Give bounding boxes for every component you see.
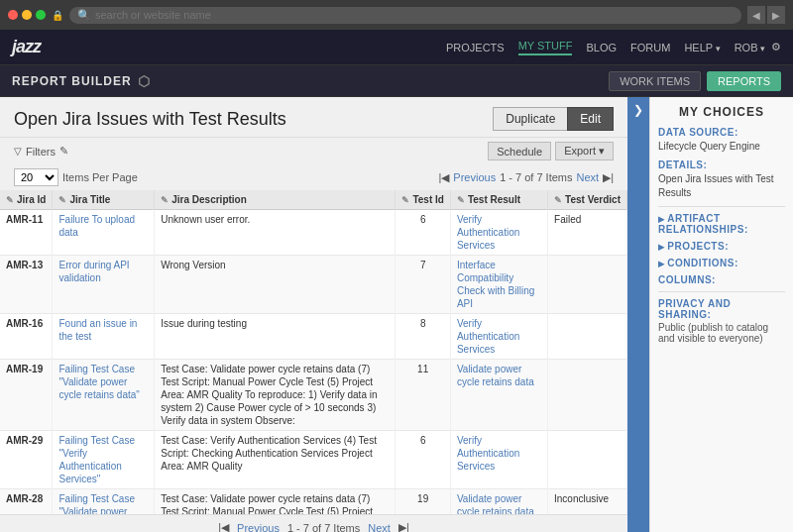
- edit-button[interactable]: Edit: [567, 107, 614, 131]
- col-test-result-label: Test Result: [468, 194, 520, 205]
- nav-forward-button[interactable]: ▶: [767, 6, 785, 24]
- maximize-button[interactable]: [36, 10, 46, 20]
- cell-test-result: Validate power cycle retains data: [450, 360, 547, 431]
- cell-jira-id: AMR-28: [0, 489, 53, 515]
- traffic-lights: [8, 10, 46, 20]
- table-row: AMR-16 Found an issue in the test Issue …: [0, 314, 627, 360]
- last-page-icon[interactable]: ▶|: [603, 171, 614, 184]
- main-layout: Open Jira Issues with Test Results Dupli…: [0, 97, 793, 532]
- items-per-page-select[interactable]: 20 50 100: [14, 168, 58, 186]
- filters-area: ▽ Filters ✎: [14, 145, 68, 158]
- sidebar-privacy-label: PRIVACY AND SHARING:: [658, 298, 785, 320]
- export-button[interactable]: Export ▾: [555, 142, 614, 160]
- top-pagination-nav: |◀ Previous 1 - 7 of 7 Items Next ▶|: [438, 171, 614, 184]
- sidebar-title: MY CHOICES: [658, 105, 785, 119]
- minimize-button[interactable]: [22, 10, 32, 20]
- prev-page-button[interactable]: Previous: [453, 171, 496, 183]
- col-test-id-edit[interactable]: ✎: [401, 195, 409, 205]
- nav-projects[interactable]: PROJECTS: [446, 42, 505, 53]
- cell-jira-title: Failure To upload data: [53, 210, 155, 256]
- sidebar-details-value: Open Jira Issues with Test Results: [658, 172, 785, 200]
- col-jira-id-label: Jira Id: [17, 194, 46, 205]
- col-jira-title: ✎ Jira Title: [53, 190, 155, 210]
- cell-jira-title: Found an issue in the test: [53, 314, 155, 360]
- bottom-first-icon[interactable]: |◀: [218, 521, 229, 532]
- bottom-next-button[interactable]: Next: [368, 522, 391, 533]
- toolbar: ▽ Filters ✎ Schedule Export ▾: [0, 138, 627, 164]
- col-jira-desc-label: Jira Description: [171, 194, 247, 205]
- first-page-icon[interactable]: |◀: [438, 171, 449, 184]
- col-jira-desc-edit[interactable]: ✎: [161, 195, 169, 205]
- col-jira-id: ✎ Jira Id: [0, 190, 53, 210]
- table-row: AMR-19 Failing Test Case "Validate power…: [0, 360, 627, 431]
- sidebar-columns-label[interactable]: COLUMNS:: [658, 274, 785, 285]
- close-button[interactable]: [8, 10, 18, 20]
- work-items-button[interactable]: WORK ITEMS: [609, 71, 701, 91]
- nav-help[interactable]: HELP: [684, 42, 720, 53]
- sec-nav-buttons: WORK ITEMS REPORTS: [609, 71, 781, 91]
- col-jira-desc: ✎ Jira Description: [155, 190, 396, 210]
- cell-test-verdict: Failed: [548, 210, 627, 256]
- sidebar-conditions-label[interactable]: CONDITIONS:: [658, 258, 785, 268]
- schedule-button[interactable]: Schedule: [488, 142, 551, 160]
- table-header: ✎ Jira Id ✎ Jira Title ✎: [0, 190, 627, 210]
- data-table-wrapper: ✎ Jira Id ✎ Jira Title ✎: [0, 190, 627, 514]
- table-row: AMR-29 Failing Test Case "Verify Authent…: [0, 431, 627, 489]
- cell-test-id: 6: [396, 431, 450, 489]
- data-table: ✎ Jira Id ✎ Jira Title ✎: [0, 190, 627, 514]
- cell-jira-title: Failing Test Case "Verify Authentication…: [53, 431, 155, 489]
- duplicate-button[interactable]: Duplicate: [493, 107, 567, 131]
- col-jira-title-edit[interactable]: ✎: [58, 195, 66, 205]
- browser-icons: 🔒: [52, 10, 63, 21]
- bottom-prev-button[interactable]: Previous: [237, 522, 280, 533]
- nav-back-button[interactable]: ◀: [747, 6, 765, 24]
- cell-jira-desc: Issue during testing: [155, 314, 396, 360]
- col-jira-id-edit[interactable]: ✎: [6, 195, 14, 205]
- table-row: AMR-13 Error during API validation Wrong…: [0, 256, 627, 314]
- settings-icon[interactable]: ⚙: [771, 41, 781, 53]
- cell-jira-desc: Unknown user error.: [155, 210, 396, 256]
- sidebar-artifact-label[interactable]: ARTIFACT RELATIONSHIPS:: [658, 213, 785, 235]
- report-builder-text: REPORT BUILDER: [12, 74, 132, 88]
- nav-arrows: ◀ ▶: [747, 6, 785, 24]
- nav-blog[interactable]: BLOG: [586, 42, 617, 53]
- address-input[interactable]: [95, 9, 734, 21]
- schedule-export: Schedule Export ▾: [488, 142, 614, 160]
- cell-test-result: Interface Compatibility Check with Billi…: [450, 256, 547, 314]
- search-icon: 🔍: [77, 9, 91, 22]
- sidebar-divider-1: [658, 206, 785, 207]
- nav-user[interactable]: ROB: [735, 42, 765, 53]
- col-test-result-edit[interactable]: ✎: [457, 195, 465, 205]
- expand-panel[interactable]: ❯: [627, 97, 649, 532]
- items-label: Items Per Page: [62, 171, 138, 183]
- sidebar-data-source-value: Lifecycle Query Engine: [658, 140, 785, 154]
- cell-jira-desc: Test Case: Verify Authentication Service…: [155, 431, 396, 489]
- filter-edit-icon[interactable]: ✎: [59, 145, 68, 158]
- cell-test-id: 7: [396, 256, 450, 314]
- secondary-nav: REPORT BUILDER ⬡ WORK ITEMS REPORTS: [0, 65, 793, 97]
- cell-test-result: Verify Authentication Services: [450, 314, 547, 360]
- address-bar[interactable]: 🔍: [69, 7, 741, 24]
- col-test-verdict-edit[interactable]: ✎: [554, 195, 562, 205]
- cell-jira-title: Error during API validation: [53, 256, 155, 314]
- sidebar-divider-2: [658, 291, 785, 292]
- sidebar-projects-label[interactable]: PROJECTS:: [658, 241, 785, 252]
- nav-my-stuff[interactable]: MY STUFF: [518, 40, 573, 55]
- cell-jira-id: AMR-16: [0, 314, 53, 360]
- bottom-last-icon[interactable]: ▶|: [398, 521, 409, 532]
- nav-forum[interactable]: FORUM: [630, 42, 670, 53]
- sidebar: MY CHOICES DATA SOURCE: Lifecycle Query …: [649, 97, 793, 532]
- col-test-result: ✎ Test Result: [450, 190, 547, 210]
- col-test-id-label: Test Id: [412, 194, 443, 205]
- next-page-button[interactable]: Next: [577, 171, 600, 183]
- col-test-id: ✎ Test Id: [396, 190, 450, 210]
- reports-button[interactable]: REPORTS: [707, 71, 781, 91]
- table-row: AMR-11 Failure To upload data Unknown us…: [0, 210, 627, 256]
- report-builder-icon: ⬡: [138, 73, 151, 89]
- content-area: Open Jira Issues with Test Results Dupli…: [0, 97, 627, 532]
- filter-icon: ▽: [14, 146, 22, 157]
- top-nav: jazz PROJECTS MY STUFF BLOG FORUM HELP R…: [0, 30, 793, 65]
- col-test-verdict: ✎ Test Verdict: [548, 190, 627, 210]
- cell-test-verdict: [548, 314, 627, 360]
- sidebar-privacy-value: Public (publish to catalog and visible t…: [658, 322, 785, 344]
